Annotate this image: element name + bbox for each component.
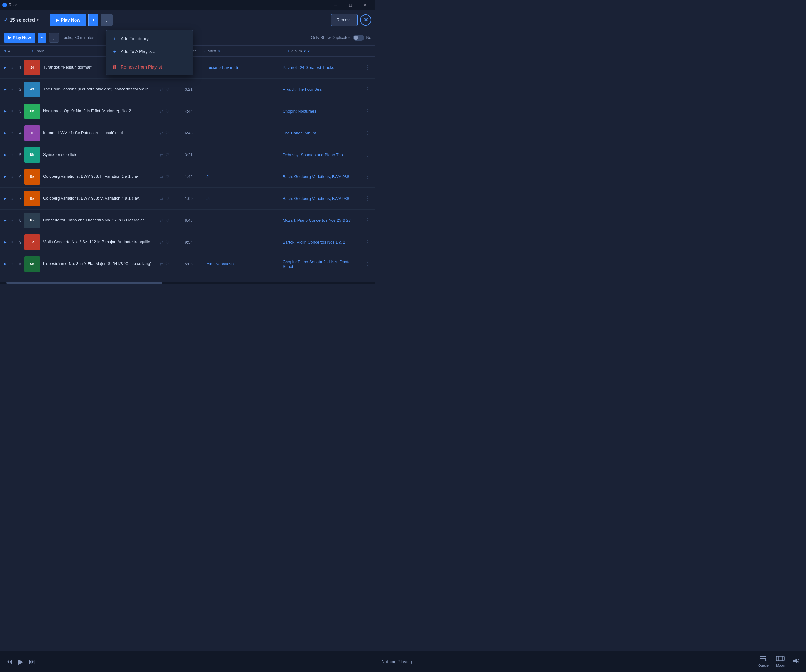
drag-handle[interactable]: ≡	[11, 240, 16, 244]
track-album[interactable]: Bach: Goldberg Variations, BWV 988	[283, 196, 365, 201]
favorite-icon[interactable]: ♡	[165, 87, 169, 92]
favorite-icon[interactable]: ♡	[165, 196, 169, 201]
shuffle-icon[interactable]: ⇄	[160, 196, 164, 201]
track-more-button[interactable]: ⋮	[365, 152, 372, 158]
track-album[interactable]: The Handel Album	[283, 130, 365, 135]
scrollbar-thumb[interactable]	[6, 282, 162, 284]
track-play-button[interactable]: ▶	[4, 196, 11, 200]
drag-handle[interactable]: ≡	[11, 109, 16, 114]
expand-col-icon[interactable]: ▾	[308, 49, 310, 53]
track-play-button[interactable]: ▶	[4, 66, 11, 69]
track-album[interactable]: Debussy: Sonatas and Piano Trio	[283, 152, 365, 157]
favorite-icon[interactable]: ♡	[165, 262, 169, 267]
track-play-button[interactable]: ▶	[4, 88, 11, 91]
track-row[interactable]: ▶ ≡ 8 Mz Concerto for Piano and Orchestr…	[0, 210, 375, 231]
track-row[interactable]: ▶ ≡ 10 Ch Liebesträume No. 3 in A-Flat M…	[0, 253, 375, 275]
col-header-num[interactable]: ▼ #	[4, 49, 16, 53]
add-to-library-item[interactable]: + Add To Library	[106, 32, 193, 45]
track-album[interactable]: Chopin: Nocturnes	[283, 109, 365, 114]
track-more-button[interactable]: ⋮	[365, 130, 372, 136]
shuffle-icon[interactable]: ⇄	[160, 174, 164, 179]
track-artist[interactable]: Ji	[206, 196, 282, 201]
track-row[interactable]: ▶ ≡ 5 Db Syrinx for solo flute ⇄ ♡ 3:21 …	[0, 144, 375, 166]
track-play-button[interactable]: ▶	[4, 175, 11, 179]
track-row[interactable]: ▶ ≡ 2 4S The Four Seasons (Il quattro st…	[0, 79, 375, 101]
drag-handle[interactable]: ≡	[11, 88, 16, 92]
track-more-button[interactable]: ⋮	[365, 195, 372, 201]
shuffle-icon[interactable]: ⇄	[160, 240, 164, 245]
track-play-button[interactable]: ▶	[4, 153, 11, 157]
play-now-button[interactable]: ▶ Play Now	[50, 14, 86, 26]
remove-from-playlist-item[interactable]: 🗑 Remove from Playlist	[106, 61, 193, 73]
favorite-icon[interactable]: ♡	[165, 130, 169, 135]
track-artist[interactable]: Aimi Kobayashi	[206, 262, 282, 266]
track-album[interactable]: Pavarotti 24 Greatest Tracks	[283, 65, 365, 70]
play-now-caret-button[interactable]: ▾	[88, 14, 98, 26]
selection-caret-icon[interactable]: ▾	[37, 18, 39, 22]
track-play-button[interactable]: ▶	[4, 218, 11, 222]
drag-handle[interactable]: ≡	[11, 66, 16, 70]
track-row[interactable]: ▶ ≡ 6 Ba Goldberg Variations, BWV 988: I…	[0, 166, 375, 188]
drag-handle[interactable]: ≡	[11, 175, 16, 179]
drag-handle[interactable]: ≡	[11, 262, 16, 266]
track-artist[interactable]: Ji	[206, 174, 282, 179]
shuffle-icon[interactable]: ⇄	[160, 87, 164, 92]
more-options-button[interactable]: ⋮	[101, 14, 112, 26]
favorite-icon[interactable]: ♡	[165, 218, 169, 223]
track-row[interactable]: ▶ ≡ 9 Bt Violin Concerto No. 2 Sz. 112 i…	[0, 231, 375, 253]
track-title-cell: Nocturnes, Op. 9: No. 2 in E flat (Andan…	[43, 109, 160, 114]
track-artist[interactable]: Luciano Pavarotti	[206, 65, 282, 70]
col-header-album[interactable]: ↕ Album ▼ ▾	[288, 49, 372, 53]
track-actions: ⇄ ♡	[160, 262, 185, 267]
favorite-icon[interactable]: ♡	[165, 152, 169, 157]
window-close-button[interactable]: ✕	[358, 0, 373, 10]
drag-handle[interactable]: ≡	[11, 196, 16, 201]
track-more-button[interactable]: ⋮	[365, 239, 372, 245]
shuffle-icon[interactable]: ⇄	[160, 152, 164, 157]
filter-artist-icon[interactable]: ▼	[217, 49, 221, 53]
track-album[interactable]: Bartók: Violin Concertos Nos 1 & 2	[283, 240, 365, 244]
toggle-track[interactable]	[353, 35, 364, 41]
track-album[interactable]: Vivaldi: The Four Sea	[283, 87, 365, 92]
shuffle-icon[interactable]: ⇄	[160, 218, 164, 223]
track-row[interactable]: ▶ ≡ 3 Ch Nocturnes, Op. 9: No. 2 in E fl…	[0, 101, 375, 122]
add-to-playlist-item[interactable]: + Add To A Playlist...	[106, 45, 193, 58]
track-more-button[interactable]: ⋮	[365, 174, 372, 180]
drag-handle[interactable]: ≡	[11, 131, 16, 135]
track-more-button[interactable]: ⋮	[365, 86, 372, 92]
drag-handle[interactable]: ≡	[11, 218, 16, 223]
maximize-button[interactable]: □	[343, 0, 358, 10]
main-toolbar: ✓ 15 selected ▾ ▶ Play Now ▾ ⋮ Remove ✕ …	[0, 10, 375, 30]
track-album[interactable]: Chopin: Piano Sonata 2 - Liszt: Dante So…	[283, 259, 365, 269]
filter-album-icon[interactable]: ▼	[303, 49, 307, 53]
minimize-button[interactable]: ─	[328, 0, 343, 10]
remove-button[interactable]: Remove	[331, 14, 358, 26]
track-play-button[interactable]: ▶	[4, 240, 11, 244]
shuffle-icon[interactable]: ⇄	[160, 262, 164, 267]
track-more-button[interactable]: ⋮	[365, 217, 372, 223]
duplicates-toggle[interactable]: No	[353, 35, 372, 41]
play-caret-sm-button[interactable]: ▾	[38, 33, 46, 43]
favorite-icon[interactable]: ♡	[165, 240, 169, 245]
track-more-button[interactable]: ⋮	[365, 64, 372, 71]
track-album[interactable]: Bach: Goldberg Variations, BWV 988	[283, 174, 365, 179]
close-selection-button[interactable]: ✕	[360, 14, 372, 26]
track-row[interactable]: ▶ ≡ 4 H Imeneo HWV 41: Se Potessero i so…	[0, 122, 375, 144]
track-album[interactable]: Mozart: Piano Concertos Nos 25 & 27	[283, 218, 365, 223]
track-more-button[interactable]: ⋮	[365, 108, 372, 114]
track-play-button[interactable]: ▶	[4, 262, 11, 266]
favorite-icon[interactable]: ♡	[165, 109, 169, 114]
horizontal-scrollbar[interactable]	[0, 282, 375, 284]
track-play-button[interactable]: ▶	[4, 131, 11, 135]
track-row[interactable]: ▶ ≡ 7 Ba Goldberg Variations, BWV 988: V…	[0, 188, 375, 210]
track-play-button[interactable]: ▶	[4, 109, 11, 113]
drag-handle[interactable]: ≡	[11, 153, 16, 157]
favorite-icon[interactable]: ♡	[165, 174, 169, 179]
track-more-button[interactable]: ⋮	[365, 261, 372, 267]
shuffle-icon[interactable]: ⇄	[160, 109, 164, 114]
col-header-artist[interactable]: ↕ Artist ▼	[204, 49, 287, 53]
play-now-sm-button[interactable]: ▶ Play Now	[4, 33, 35, 43]
more-sm-button[interactable]: ⋮	[49, 33, 59, 43]
shuffle-icon[interactable]: ⇄	[160, 130, 164, 135]
track-title: Syrinx for solo flute	[43, 152, 157, 157]
